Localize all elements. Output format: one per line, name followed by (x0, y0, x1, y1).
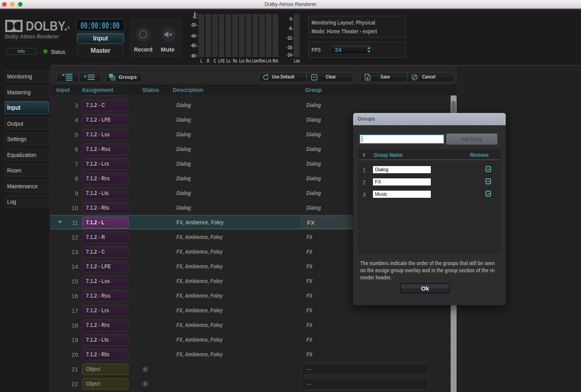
svg-text:00:00:00:00: 00:00:00:00 (80, 21, 120, 31)
